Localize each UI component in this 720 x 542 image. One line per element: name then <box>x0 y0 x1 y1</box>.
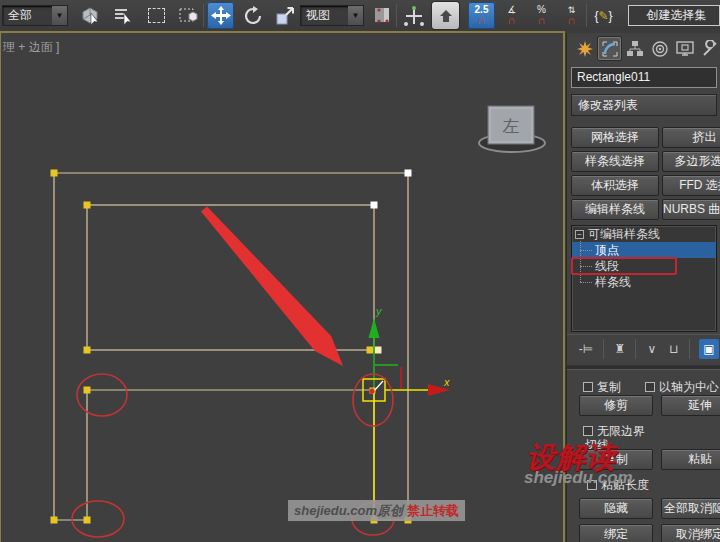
gizmo-x-label: x <box>443 376 450 388</box>
utilities-icon <box>701 40 719 58</box>
stack-tree-branch <box>580 282 592 283</box>
chevron-down-icon[interactable]: ▼ <box>52 6 67 25</box>
window-crossing-icon <box>178 5 200 27</box>
config-icon: ▣ <box>703 342 714 356</box>
inner-rectangle-spline[interactable] <box>87 205 374 350</box>
axis-center-checkbox[interactable]: 以轴为中心 <box>645 379 719 396</box>
paste-tangent-button[interactable]: 粘贴 <box>661 449 720 470</box>
gizmo-y-label: y <box>375 305 383 317</box>
merge-arrows-icon: ∨ <box>648 342 657 356</box>
chess-piece-icon: ♜ <box>615 342 626 356</box>
rectangular-selection-region-button[interactable] <box>143 2 170 29</box>
extrude-button[interactable]: 挤出 <box>662 127 720 148</box>
gizmo-y-arrowhead[interactable] <box>369 318 380 338</box>
poly-select-button[interactable]: 多边形选择 <box>662 151 720 172</box>
nurbs-surface-button[interactable]: NURBS 曲面选择 <box>662 199 720 220</box>
scale-icon <box>274 5 296 27</box>
collapse-icon[interactable]: − <box>575 230 584 239</box>
window-crossing-toggle-button[interactable] <box>175 2 202 29</box>
select-and-move-button[interactable] <box>207 2 234 29</box>
selection-filter-value: 全部 <box>3 7 52 24</box>
manipulate-icon <box>403 5 425 27</box>
viewport[interactable]: 理 + 边面 ] 左 <box>0 31 565 542</box>
make-unique-button[interactable]: ∨ <box>641 339 663 359</box>
percent-snap-toggle-button[interactable]: % ∩ <box>528 2 555 29</box>
mesh-select-button[interactable]: 网格选择 <box>571 127 659 148</box>
vertex-handle-line[interactable] <box>374 381 383 391</box>
spline-select-button[interactable]: 样条线选择 <box>571 151 659 172</box>
hierarchy-icon <box>626 40 644 58</box>
modifier-stack[interactable]: −可编辑样条线 顶点 线段 样条线 <box>571 225 717 332</box>
configure-modifier-sets-button[interactable]: ▣ <box>699 339 719 359</box>
select-and-rotate-button[interactable] <box>239 2 266 29</box>
checkbox-icon[interactable] <box>645 382 655 392</box>
object-name-field[interactable]: Rectangle011 <box>571 67 717 88</box>
marquee-rect-icon <box>148 8 165 23</box>
pin-stack-button[interactable]: -⊨ <box>575 339 597 359</box>
create-icon <box>576 40 594 58</box>
watermark-brand-site: shejiedu.com <box>524 468 633 488</box>
reference-coordinate-dropdown[interactable]: 视图 ▼ <box>300 5 364 26</box>
extend-button[interactable]: 延伸 <box>661 395 720 416</box>
stack-tree-branch <box>580 250 592 251</box>
watermark-site-text: shejiedu.com原创 <box>294 503 403 518</box>
trim-button[interactable]: 修剪 <box>579 395 653 416</box>
pivot-center-icon <box>371 5 393 27</box>
spinner-snap-toggle-button[interactable]: ⇅ ∩ <box>558 2 585 29</box>
edit-spline-button[interactable]: 编辑样条线 <box>571 199 659 220</box>
unbind-button[interactable]: 取消绑定 <box>661 524 720 542</box>
remove-modifier-button[interactable]: ⊔ <box>663 339 685 359</box>
outer-spline-outline[interactable] <box>54 173 408 520</box>
edit-named-selection-sets-button[interactable]: {✎} <box>590 2 617 29</box>
selection-filter-dropdown[interactable]: 全部 ▼ <box>2 5 68 26</box>
named-selection-set-value: 创建选择集 <box>647 7 707 24</box>
trash-icon: ⊔ <box>669 342 678 356</box>
tab-modify[interactable] <box>598 37 621 60</box>
use-pivot-center-button[interactable] <box>368 2 395 29</box>
bind-button[interactable]: 绑定 <box>579 524 653 542</box>
tab-utilities[interactable] <box>698 37 720 60</box>
tab-hierarchy[interactable] <box>623 37 646 60</box>
stack-root-row[interactable]: −可编辑样条线 <box>572 226 716 242</box>
modifier-list-dropdown[interactable]: 修改器列表 <box>571 94 717 116</box>
select-object-button[interactable] <box>76 2 103 29</box>
show-end-result-button[interactable]: ♜ <box>609 339 631 359</box>
stack-item-vertex[interactable]: 顶点 <box>572 242 716 258</box>
rotate-icon <box>242 5 264 27</box>
ffd-select-button[interactable]: FFD 选择 <box>662 175 720 196</box>
tab-create[interactable] <box>573 37 596 60</box>
viewcube-face-label: 左 <box>503 117 520 136</box>
select-and-manipulate-button[interactable] <box>400 2 427 29</box>
hide-button[interactable]: 隐藏 <box>579 498 653 519</box>
infinite-bounds-label: 无限边界 <box>597 424 645 438</box>
main-toolbar: 全部 ▼ <box>0 0 720 31</box>
vertex-annotation-box <box>571 257 677 275</box>
chevron-down-icon[interactable]: ▼ <box>348 6 363 25</box>
tab-display[interactable] <box>673 37 696 60</box>
snaps-toggle-button[interactable]: 2.5 ∩ <box>468 2 495 29</box>
reference-coordinate-value: 视图 <box>301 7 348 24</box>
display-icon <box>676 40 694 58</box>
pencil-icon: ✎ <box>598 9 608 23</box>
checkbox-icon[interactable] <box>583 426 593 436</box>
vol-select-button[interactable]: 体积选择 <box>571 175 659 196</box>
angle-snap-toggle-button[interactable]: ∡ ∩ <box>498 2 525 29</box>
watermark-banner: shejiedu.com原创禁止转载 <box>288 500 465 521</box>
tab-motion[interactable] <box>648 37 671 60</box>
copy-checkbox[interactable]: 复制 <box>583 379 621 396</box>
select-by-name-button[interactable] <box>109 2 136 29</box>
unhide-all-button[interactable]: 全部取消隐藏 <box>661 498 720 519</box>
select-and-scale-button[interactable] <box>271 2 298 29</box>
viewport-canvas[interactable]: 左 y <box>1 66 565 542</box>
modify-icon <box>601 40 619 58</box>
magnet-icon: ∩ <box>538 15 546 26</box>
stack-item-spline[interactable]: 样条线 <box>572 274 716 290</box>
viewport-shading-label[interactable]: 理 + 边面 ] <box>3 39 59 56</box>
checkbox-icon[interactable] <box>583 382 593 392</box>
viewcube[interactable]: 左 <box>479 106 545 152</box>
vertex-markers[interactable] <box>51 170 412 524</box>
axis-center-checkbox-label: 以轴为中心 <box>659 380 719 394</box>
selected-vertex-dot[interactable] <box>369 388 374 393</box>
named-selection-set-field[interactable]: 创建选择集 <box>628 5 720 26</box>
keyboard-shortcut-override-button[interactable] <box>432 2 459 29</box>
